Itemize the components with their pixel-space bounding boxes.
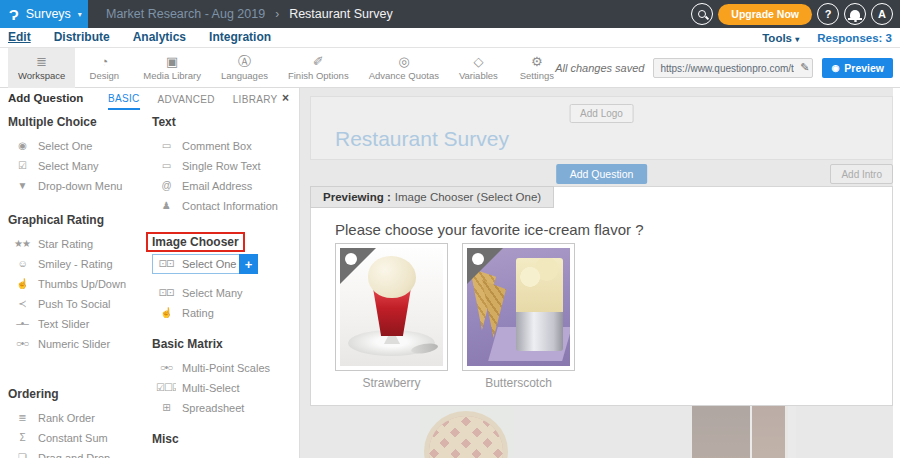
- upgrade-now-button[interactable]: Upgrade Now: [718, 4, 812, 25]
- toolbar-design[interactable]: ◔ Design: [75, 48, 133, 88]
- tab-edit[interactable]: Edit: [8, 30, 31, 46]
- toolbar-workspace[interactable]: ≣ Workspace: [8, 48, 75, 88]
- qtype-email-address[interactable]: @ Email Address: [152, 176, 300, 196]
- textarea-icon: ▭: [156, 140, 176, 152]
- questionpro-app: Ɂ Surveys ▾ Market Research - Aug 2019 ›…: [0, 0, 900, 458]
- search-button[interactable]: [691, 3, 713, 25]
- qtype-spreadsheet[interactable]: ⊞ Spreadsheet: [152, 398, 300, 418]
- palette-icon: ◔: [100, 55, 108, 68]
- tab-advanced[interactable]: ADVANCED: [158, 88, 215, 110]
- responses-count-link[interactable]: Responses: 3: [817, 32, 892, 44]
- toolbar-right: All changes saved ✎ ◉ Preview: [555, 48, 893, 88]
- chocolate-cake-image: [692, 406, 796, 458]
- previewing-tab: Previewing : Image Chooser (Select One): [310, 186, 554, 208]
- option-strawberry: Strawberry: [335, 243, 448, 390]
- tab-integration[interactable]: Integration: [209, 30, 271, 46]
- questionpro-logo-icon: Ɂ: [9, 7, 19, 22]
- qtype-star-rating[interactable]: ★★ Star Rating: [8, 234, 140, 254]
- strawberry-image-tile[interactable]: [335, 243, 448, 371]
- tab-basic[interactable]: BASIC: [108, 88, 140, 110]
- qtype-date-time[interactable]: ▦ Date / Time: [152, 453, 300, 458]
- toolbar-items: ≣ Workspace ◔ Design ▣ Media Library Ⓐ L…: [8, 48, 566, 88]
- image-icon: ▣: [166, 55, 178, 68]
- add-question-button[interactable]: Add Question: [556, 164, 648, 184]
- add-question-plus-button[interactable]: +: [239, 254, 258, 274]
- toolbar-languages[interactable]: Ⓐ Languages: [211, 48, 278, 88]
- qtype-comment-box[interactable]: ▭ Comment Box: [152, 136, 300, 156]
- help-button[interactable]: ?: [817, 3, 839, 25]
- qtype-drag-and-drop[interactable]: ❏ Drag and Drop: [8, 448, 140, 458]
- butterscotch-image-tile[interactable]: [462, 243, 575, 371]
- add-intro-button[interactable]: Add Intro: [830, 164, 893, 184]
- previewing-label: Previewing :: [323, 191, 391, 203]
- question-preview-card: Previewing : Image Chooser (Select One) …: [310, 186, 893, 406]
- survey-url-input[interactable]: [653, 58, 813, 78]
- at-icon: @: [156, 180, 176, 192]
- tab-analytics[interactable]: Analytics: [133, 30, 186, 46]
- toolbar-finish-options[interactable]: ✐ Finish Options: [278, 48, 359, 88]
- radio-button[interactable]: [472, 253, 484, 265]
- qtype-image-select-one[interactable]: ⊡⊡ Select One +: [152, 254, 240, 274]
- nav-right: Tools ▾ Responses: 3: [762, 28, 892, 48]
- tab-distribute[interactable]: Distribute: [54, 30, 110, 46]
- surveys-menu[interactable]: Ɂ Surveys ▾: [0, 0, 88, 28]
- toolbar-media-library[interactable]: ▣ Media Library: [133, 48, 211, 88]
- section-misc: Misc: [152, 431, 300, 447]
- survey-canvas: Add Logo Restaurant Survey Add Question …: [300, 88, 900, 458]
- qtype-image-rating[interactable]: ☝ Rating: [152, 303, 300, 323]
- radio-button[interactable]: [345, 253, 357, 265]
- breadcrumb-folder[interactable]: Market Research - Aug 2019: [106, 7, 265, 21]
- chevron-down-icon: ▾: [795, 35, 799, 44]
- breadcrumb: Market Research - Aug 2019 › Restaurant …: [106, 0, 393, 28]
- image-radio-icon: ⊡⊡: [156, 258, 176, 270]
- qtype-text-slider[interactable]: –•– Text Slider: [8, 314, 140, 334]
- toolbar-variables[interactable]: ◇ Variables: [449, 48, 508, 88]
- qtype-select-one[interactable]: ◉ Select One: [8, 136, 140, 156]
- numbered-list-icon: ≣: [12, 412, 32, 424]
- grid-icon: ⊞: [156, 402, 176, 414]
- scrollbar-gutter[interactable]: [893, 88, 900, 458]
- qtype-multi-select[interactable]: ☑☐☑ Multi-Select: [152, 378, 300, 398]
- chevron-down-icon: ▾: [78, 10, 82, 19]
- toolbar-advance-quotas[interactable]: ◎ Advance Quotas: [359, 48, 449, 88]
- next-question-partial: [310, 406, 893, 458]
- tools-menu[interactable]: Tools ▾: [762, 32, 799, 44]
- option-butterscotch: Butterscotch: [462, 243, 575, 390]
- qtype-contact-information[interactable]: ♟ Contact Information: [152, 196, 300, 216]
- close-icon[interactable]: ×: [282, 91, 289, 105]
- qtype-single-row-text[interactable]: ▭ Single Row Text: [152, 156, 300, 176]
- survey-url-wrap: ✎: [653, 58, 813, 79]
- question-types-column-a: Multiple Choice ◉ Select One ☑ Select Ma…: [0, 110, 140, 458]
- qtype-push-to-social[interactable]: ≺ Push To Social: [8, 294, 140, 314]
- image-checkbox-icon: ⊡⊡: [156, 287, 176, 299]
- add-logo-button[interactable]: Add Logo: [569, 104, 634, 123]
- qtype-image-select-many[interactable]: ⊡⊡ Select Many: [152, 283, 300, 303]
- notifications-button[interactable]: [844, 3, 866, 25]
- account-avatar[interactable]: A: [871, 3, 893, 25]
- qtype-dropdown-menu[interactable]: ▼ Drop-down Menu: [8, 176, 140, 196]
- checkbox-list-icon: ☑: [12, 160, 32, 172]
- preview-button[interactable]: ◉ Preview: [822, 58, 893, 78]
- qtype-numeric-slider[interactable]: ○•○ Numeric Slider: [8, 334, 140, 354]
- qtype-multi-point-scales[interactable]: ○•○ Multi-Point Scales: [152, 358, 300, 378]
- qtype-select-many[interactable]: ☑ Select Many: [8, 156, 140, 176]
- radio-list-icon: ◉: [12, 140, 32, 152]
- section-graphical-rating: Graphical Rating: [8, 212, 140, 228]
- survey-title[interactable]: Restaurant Survey: [335, 127, 509, 151]
- search-icon: [698, 10, 706, 18]
- edit-url-icon[interactable]: ✎: [800, 61, 809, 74]
- top-navbar: Ɂ Surveys ▾ Market Research - Aug 2019 ›…: [0, 0, 900, 28]
- qtype-thumbs-up-down[interactable]: ☝ Thumbs Up/Down: [8, 274, 140, 294]
- save-status: All changes saved: [555, 62, 644, 74]
- textfield-icon: ▭: [156, 160, 176, 172]
- drag-icon: ❏: [12, 452, 32, 458]
- eye-icon: ◉: [831, 63, 839, 73]
- multi-checkbox-icon: ☑☐☑: [156, 382, 176, 394]
- scale-dots-icon: ○•○: [156, 362, 176, 374]
- qtype-rank-order[interactable]: ≣ Rank Order: [8, 408, 140, 428]
- qtype-smiley-rating[interactable]: ☺ Smiley - Rating: [8, 254, 140, 274]
- tab-library[interactable]: LIBRARY: [233, 88, 278, 110]
- qtype-constant-sum[interactable]: Σ Constant Sum: [8, 428, 140, 448]
- breadcrumb-current: Restaurant Survey: [289, 7, 393, 21]
- stars-icon: ★★: [12, 238, 32, 250]
